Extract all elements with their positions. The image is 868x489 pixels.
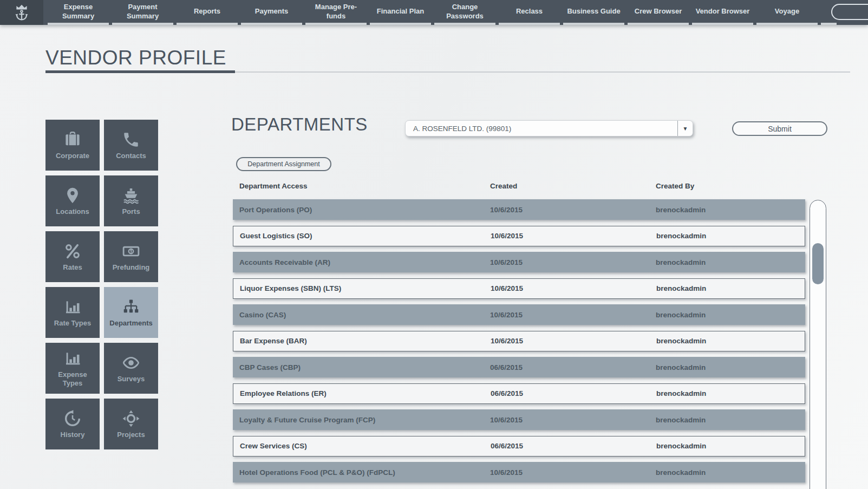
sidebar-tile[interactable]: History — [45, 399, 100, 449]
table-row[interactable]: CBP Cases (CBP) 06/6/2015 brenockadmin — [233, 357, 805, 377]
vendor-select-value: A. ROSENFELD LTD. (99801) — [406, 121, 677, 136]
nav-item[interactable]: Payment Summary — [110, 0, 175, 25]
sidebar-tiles: Corporate Contacts Locations Ports Rates… — [45, 120, 158, 449]
nav-item[interactable]: Voyage — [755, 0, 819, 25]
cell-created: 06/6/2015 — [491, 389, 656, 397]
nav-item-label: Expense Summary — [46, 3, 110, 21]
cell-department: Casino (CAS) — [233, 311, 490, 319]
cell-department: Accounts Receivable (AR) — [233, 258, 490, 266]
cell-created: 10/6/2015 — [490, 258, 656, 266]
sidebar-tile[interactable]: Rates — [45, 231, 100, 282]
column-header-created: Created — [490, 182, 656, 190]
cell-created: 10/6/2015 — [490, 468, 656, 477]
table-row[interactable]: Accounts Receivable (AR) 10/6/2015 breno… — [233, 252, 805, 272]
nav-item[interactable]: Reclass — [497, 0, 562, 25]
cell-department: CBP Cases (CBP) — [233, 363, 490, 371]
nav-item[interactable]: Expense Summary — [46, 0, 110, 25]
nav-item[interactable]: Change Passwords — [433, 0, 497, 25]
top-navigation: Expense Summary Payment Summary Reports … — [0, 0, 868, 25]
sidebar-tile[interactable]: Ports — [104, 175, 158, 226]
nav-item[interactable]: Business Guide — [562, 0, 626, 25]
nav-item-label: Payments — [251, 7, 292, 16]
sidebar-tile[interactable]: Departments — [104, 287, 158, 338]
table-row[interactable]: Guest Logistics (SO) 10/6/2015 brenockad… — [233, 226, 805, 246]
cell-created: 06/6/2015 — [490, 363, 656, 371]
department-assignment-tab[interactable]: Department Assignment — [236, 157, 331, 171]
tile-label: Projects — [115, 431, 147, 439]
tile-label: Expense Types — [45, 370, 100, 387]
bar-chart-icon — [63, 349, 82, 368]
nav-item[interactable]: Reports — [175, 0, 239, 25]
table-row[interactable]: Employee Relations (ER) 06/6/2015 brenoc… — [233, 383, 805, 404]
org-tree-icon — [122, 298, 140, 316]
map-pin-icon — [63, 186, 82, 205]
tile-label: Surveys — [115, 375, 147, 383]
nav-item[interactable]: Payments — [239, 0, 304, 25]
nav-item[interactable]: Financial Plan — [368, 0, 433, 25]
tile-label: Rates — [61, 263, 84, 272]
table-header: Department Access Created Created By — [233, 182, 805, 190]
sidebar-tile[interactable]: Corporate — [45, 120, 100, 171]
table-row[interactable]: Bar Expense (BAR) 10/6/2015 brenockadmin — [233, 331, 805, 351]
cell-created-by: brenockadmin — [656, 416, 805, 424]
tile-label: Contacts — [114, 152, 148, 160]
cell-created: 10/6/2015 — [491, 284, 656, 292]
move-icon — [122, 409, 140, 428]
cell-department: Port Operations (PO) — [233, 206, 490, 214]
table-row[interactable]: Hotel Operations Food (PCL & P&O) (FdPCL… — [233, 462, 805, 483]
nav-item-label: Change Passwords — [433, 3, 497, 21]
app-logo[interactable] — [0, 0, 43, 25]
cell-created-by: brenockadmin — [656, 442, 805, 450]
ship-icon — [122, 186, 140, 205]
cell-created: 06/6/2015 — [491, 442, 656, 450]
nav-item-label: Manage Pre-funds — [304, 3, 368, 21]
sidebar-tile[interactable]: Prefunding — [104, 231, 158, 282]
nav-item[interactable]: Vendor Browser — [690, 0, 755, 25]
tile-label: Departments — [107, 319, 154, 328]
scrollbar-thumb[interactable] — [812, 243, 824, 284]
bar-chart-icon — [63, 298, 82, 316]
sidebar-tile[interactable]: Expense Types — [45, 343, 100, 394]
nav-item-label: Reports — [190, 7, 225, 16]
nav-pill-button[interactable] — [831, 4, 868, 20]
table-row[interactable]: Port Operations (PO) 10/6/2015 brenockad… — [233, 199, 805, 220]
nav-item-label: Financial Plan — [373, 7, 428, 16]
nav-item-label: Reclass — [512, 7, 547, 16]
page-title: VENDOR PROFILE — [45, 47, 226, 69]
history-icon — [63, 409, 82, 428]
nav-item[interactable]: Manage Pre-funds — [304, 0, 368, 25]
nav-item-label: Payment Summary — [110, 3, 175, 21]
percent-icon — [63, 242, 82, 260]
cell-created: 10/6/2015 — [490, 311, 656, 319]
sidebar-tile[interactable]: Rate Types — [45, 287, 100, 338]
cell-created-by: brenockadmin — [656, 311, 805, 319]
crown-anchor-logo-icon — [12, 3, 31, 22]
submit-button[interactable]: Submit — [732, 121, 827, 136]
vendor-select[interactable]: A. ROSENFELD LTD. (99801) ▼ — [405, 120, 693, 136]
table-row[interactable]: Crew Services (CS) 06/6/2015 brenockadmi… — [233, 436, 805, 457]
cell-department: Bar Expense (BAR) — [233, 337, 491, 345]
nav-menu: Expense Summary Payment Summary Reports … — [46, 0, 819, 25]
department-table: Port Operations (PO) 10/6/2015 brenockad… — [233, 199, 805, 488]
table-row[interactable]: Liquor Expenses (SBN) (LTS) 10/6/2015 br… — [233, 278, 805, 299]
cell-created: 10/6/2015 — [491, 337, 656, 345]
dropdown-arrow-button[interactable]: ▼ — [677, 121, 693, 136]
sidebar-tile[interactable]: Contacts — [104, 120, 158, 171]
cell-department: Liquor Expenses (SBN) (LTS) — [233, 284, 491, 292]
tile-label: Locations — [54, 207, 91, 216]
cell-created-by: brenockadmin — [656, 206, 805, 214]
sidebar-tile[interactable]: Locations — [45, 175, 100, 226]
table-row[interactable]: Casino (CAS) 10/6/2015 brenockadmin — [233, 304, 805, 325]
cell-created: 10/6/2015 — [490, 206, 656, 214]
sidebar-tile[interactable]: Projects — [104, 399, 158, 449]
cell-department: Crew Services (CS) — [233, 442, 491, 450]
table-row[interactable]: Loyalty & Future Cruise Program (FCP) 10… — [233, 409, 805, 430]
sidebar-tile[interactable]: Surveys — [104, 343, 158, 394]
cell-department: Hotel Operations Food (PCL & P&O) (FdPCL… — [233, 468, 490, 477]
nav-item[interactable]: Crew Browser — [626, 0, 690, 25]
column-header-department-access: Department Access — [233, 182, 490, 190]
eye-icon — [122, 354, 140, 372]
cell-created-by: brenockadmin — [656, 337, 805, 345]
cell-department: Loyalty & Future Cruise Program (FCP) — [233, 416, 490, 424]
tile-label: Prefunding — [110, 263, 152, 272]
